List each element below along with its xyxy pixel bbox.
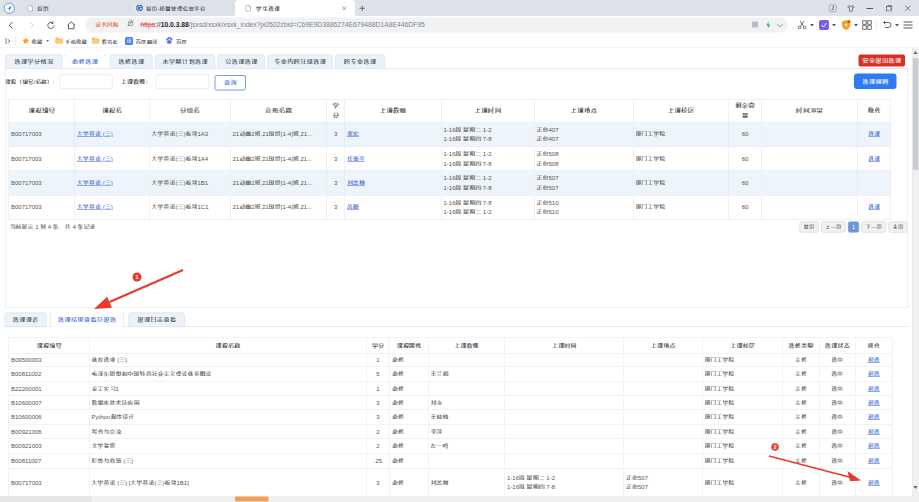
svg-text:2: 2 xyxy=(773,444,776,450)
